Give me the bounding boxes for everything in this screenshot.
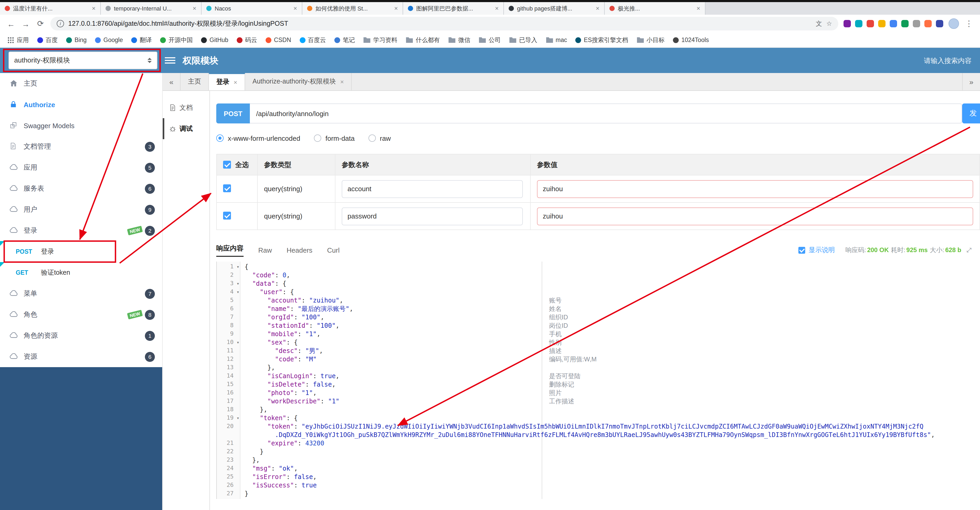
extension-icon[interactable] <box>843 20 851 27</box>
bookmark-item[interactable]: GitHub <box>201 37 228 43</box>
sidebar-item-doc-manage[interactable]: 文档管理3 <box>0 136 162 157</box>
tab-home[interactable]: 主页 <box>181 73 209 90</box>
param-checkbox[interactable] <box>223 184 231 192</box>
url-bar[interactable]: i 127.0.0.1:8760/api/gate/doc.html#/auth… <box>50 17 838 30</box>
param-name-input[interactable] <box>342 207 523 225</box>
param-checkbox[interactable] <box>223 211 231 219</box>
nav-doc[interactable]: 文档 <box>163 97 210 118</box>
send-button[interactable]: 发 <box>962 104 980 123</box>
fold-icon[interactable]: ▾ <box>237 414 239 422</box>
bookmark-item[interactable]: 应用 <box>7 36 29 44</box>
bookmark-item[interactable]: 学习资料 <box>363 36 397 44</box>
sidebar-item-authorize[interactable]: Authorize <box>0 94 162 115</box>
param-value-input[interactable] <box>537 207 973 225</box>
extension-icon[interactable] <box>867 20 874 27</box>
tab-close-icon[interactable]: × <box>340 78 344 85</box>
bookmark-item[interactable]: CSDN <box>266 37 291 43</box>
sidebar-item-home[interactable]: 主页 <box>0 73 162 94</box>
bookmark-item[interactable]: 公司 <box>479 36 501 44</box>
bookmark-item[interactable]: 百度 <box>37 36 58 44</box>
bookmark-item[interactable]: 百度云 <box>299 36 326 44</box>
translate-icon[interactable]: 文 <box>816 19 822 28</box>
sidebar-item-app[interactable]: 应用5 <box>0 157 162 178</box>
radio-icon[interactable] <box>314 134 321 142</box>
bookmark-item[interactable]: 小目标 <box>636 36 665 44</box>
response-tab[interactable]: Headers <box>286 246 312 257</box>
bookmark-item[interactable]: 1024Tools <box>673 37 709 43</box>
bookmark-item[interactable]: mac <box>546 37 567 43</box>
request-url-input[interactable]: /api/authority/anno/login <box>250 104 962 123</box>
extension-icon[interactable] <box>901 20 908 27</box>
profile-avatar[interactable] <box>948 18 959 29</box>
sidebar-item-login-post[interactable]: POST登录 <box>0 241 162 262</box>
response-tab[interactable]: 响应内容 <box>216 244 243 257</box>
bookmark-item[interactable]: ES搜索引擎文档 <box>576 36 628 44</box>
bookmark-item[interactable]: 开源中国 <box>160 36 192 44</box>
content-type-option[interactable]: x-www-form-urlencoded <box>216 134 300 142</box>
browser-tab[interactable]: Nacos× <box>202 2 302 15</box>
radio-icon[interactable] <box>368 134 375 142</box>
tab-login[interactable]: 登录× <box>209 73 245 90</box>
nav-debug[interactable]: 调试 <box>163 118 210 139</box>
bookmark-item[interactable]: Bing <box>66 37 87 43</box>
tabs-scroll-right-icon[interactable]: » <box>962 73 980 90</box>
tabs-scroll-left-icon[interactable]: « <box>163 73 181 90</box>
radio-icon[interactable] <box>216 134 224 142</box>
show-desc-checkbox[interactable] <box>798 247 805 253</box>
forward-icon[interactable]: → <box>21 19 30 28</box>
fold-icon[interactable]: ▾ <box>237 288 239 296</box>
fullscreen-icon[interactable]: ⤢ <box>967 246 972 254</box>
url-text[interactable]: 127.0.0.1:8760/api/gate/doc.html#/author… <box>68 19 811 28</box>
tab-close-icon[interactable]: × <box>394 5 398 12</box>
browser-tab[interactable]: github pages搭建博...× <box>504 2 605 15</box>
page-info-icon[interactable]: i <box>57 20 64 27</box>
response-tab[interactable]: Raw <box>258 246 272 257</box>
extension-icon[interactable] <box>913 20 920 27</box>
fold-icon[interactable]: ▾ <box>237 338 239 347</box>
header-search-input[interactable] <box>851 56 972 64</box>
browser-tab[interactable]: 极光推...× <box>605 2 705 15</box>
select-all-checkbox[interactable] <box>223 161 231 169</box>
select-all[interactable]: 全选 <box>223 160 251 169</box>
bookmark-item[interactable]: 码云 <box>237 36 257 44</box>
tab-close-icon[interactable]: × <box>596 5 600 12</box>
tab-close-icon[interactable]: × <box>92 5 95 12</box>
extension-icon[interactable] <box>890 20 897 27</box>
bookmark-item[interactable]: 翻译 <box>131 36 152 44</box>
param-name-input[interactable] <box>342 180 523 198</box>
tab-close-icon[interactable]: × <box>293 5 297 12</box>
fold-icon[interactable]: ▾ <box>237 263 239 271</box>
sidebar-item-menu[interactable]: 菜单7 <box>0 283 162 304</box>
tab-close-icon[interactable]: × <box>192 5 196 12</box>
tab-close-icon[interactable]: × <box>697 5 700 12</box>
reload-icon[interactable]: ⟳ <box>36 19 45 29</box>
tab-close-icon[interactable]: × <box>495 5 499 12</box>
response-tab[interactable]: Curl <box>327 246 340 257</box>
content-type-option[interactable]: raw <box>368 134 391 142</box>
sidebar-item-swagger-models[interactable]: Swagger Models <box>0 115 162 136</box>
sidebar-item-role-resource[interactable]: 角色的资源1 <box>0 325 162 346</box>
extension-icon[interactable] <box>878 20 886 27</box>
extension-icon[interactable] <box>855 20 862 27</box>
browser-tab[interactable]: temporary-Internal U...× <box>101 2 202 15</box>
sidebar-item-resource[interactable]: 资源6 <box>0 346 162 367</box>
bookmark-star-icon[interactable]: ☆ <box>826 20 832 27</box>
sidebar-item-role[interactable]: 角色NEW8 <box>0 304 162 325</box>
menu-toggle-icon[interactable] <box>165 57 175 64</box>
bookmark-item[interactable]: 什么都有 <box>406 36 440 44</box>
browser-menu-icon[interactable]: ⋮ <box>964 19 974 29</box>
back-icon[interactable]: ← <box>6 19 16 28</box>
browser-tab[interactable]: 图解阿里巴巴参数据...× <box>403 2 504 15</box>
extension-icon[interactable] <box>936 20 943 27</box>
fold-icon[interactable]: ▾ <box>237 279 239 288</box>
sidebar-item-verify-token-get[interactable]: GET验证token <box>0 262 162 283</box>
content-type-option[interactable]: form-data <box>314 134 355 142</box>
bookmark-item[interactable]: 已导入 <box>509 36 537 44</box>
extension-icon[interactable] <box>924 20 932 27</box>
sidebar-item-service[interactable]: 服务表6 <box>0 178 162 199</box>
browser-tab[interactable]: 如何优雅的使用 St...× <box>302 2 403 15</box>
module-select[interactable]: authority-权限模块 <box>8 51 158 69</box>
bookmark-item[interactable]: 笔记 <box>334 36 355 44</box>
sidebar-item-user[interactable]: 用户9 <box>0 199 162 220</box>
bookmark-item[interactable]: Google <box>95 37 123 43</box>
